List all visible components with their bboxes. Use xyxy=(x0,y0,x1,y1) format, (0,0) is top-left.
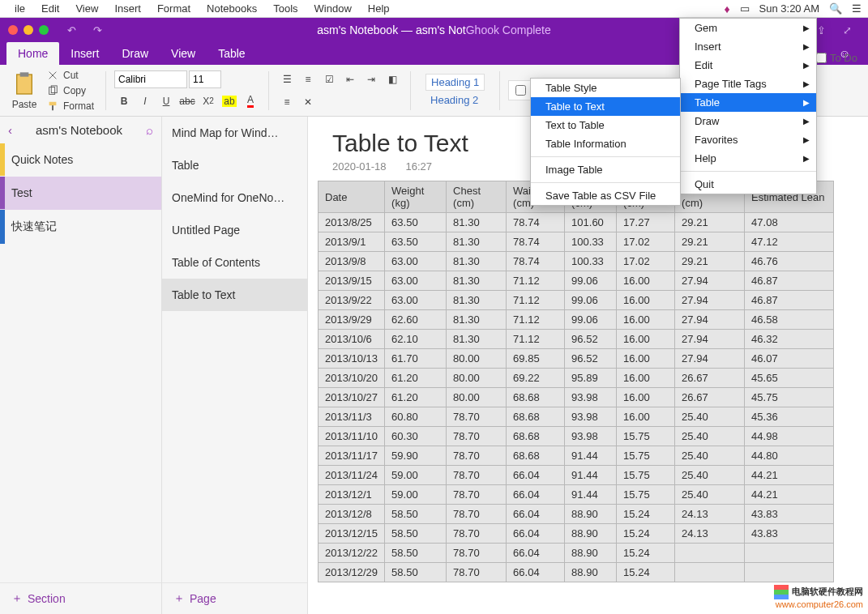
tab-view[interactable]: View xyxy=(160,42,207,65)
spotlight-icon[interactable]: 🔍 xyxy=(829,2,842,15)
table-row[interactable]: 2013/12/1558.5078.7066.0488.9015.2424.13… xyxy=(319,524,834,544)
underline-button[interactable]: U xyxy=(156,92,176,111)
table-row[interactable]: 2013/12/159.0078.7066.0491.4415.7525.404… xyxy=(319,485,834,505)
gem-menu-item[interactable]: Edit▶ xyxy=(680,56,816,75)
gem-menu-item[interactable]: Draw▶ xyxy=(680,112,816,130)
gem-menu-item[interactable]: Table▶ xyxy=(680,93,816,112)
table-row[interactable]: 2013/11/360.8078.7068.6893.9816.0025.404… xyxy=(319,407,834,427)
section-cn[interactable]: 快速笔记 xyxy=(0,210,161,245)
minimize-button[interactable] xyxy=(24,25,33,35)
paste-button[interactable] xyxy=(11,71,37,97)
menu-format[interactable]: Format xyxy=(149,2,199,15)
table-row[interactable]: 2013/10/662.1081.3071.1296.5216.0027.944… xyxy=(319,330,834,349)
page-item[interactable]: Mind Map for Wind… xyxy=(162,117,307,149)
format-painter-button[interactable]: Format xyxy=(44,99,97,113)
table-row[interactable]: 2013/12/2958.5078.7066.0488.9015.24 xyxy=(319,563,834,582)
table-row[interactable]: 2013/10/2761.2080.0068.6893.9816.0026.67… xyxy=(319,388,834,407)
checklist-button[interactable]: ☑ xyxy=(319,70,339,89)
gem-tray-icon[interactable]: ♦ xyxy=(724,2,729,15)
bullets-button[interactable]: ☰ xyxy=(277,70,297,89)
style-heading2[interactable]: Heading 2 xyxy=(425,92,485,108)
redo-button[interactable]: ↷ xyxy=(88,20,107,40)
menu-ile[interactable]: ile xyxy=(6,2,33,15)
page-item[interactable]: Untitled Page xyxy=(162,214,307,246)
gem-menu-item[interactable]: Favorites▶ xyxy=(680,130,816,149)
table-row[interactable]: 2013/11/1759.9078.7068.6891.4415.7525.40… xyxy=(319,446,834,466)
page-item[interactable]: Table of Contents xyxy=(162,246,307,279)
indent-button[interactable]: ⇥ xyxy=(361,70,381,89)
align-button[interactable]: ≡ xyxy=(277,92,297,112)
font-color-button[interactable]: A xyxy=(241,92,260,111)
body-table[interactable]: DateWeight (kg)Chest (cm)Waist (cm)Hips … xyxy=(318,181,834,582)
styles-gallery[interactable]: Heading 1 Heading 2 xyxy=(419,70,491,111)
table-row[interactable]: 2013/9/2962.6081.3071.1299.0616.0027.944… xyxy=(319,310,834,330)
gem-menu-item[interactable]: Quit xyxy=(680,175,816,194)
menu-view[interactable]: View xyxy=(67,2,106,15)
menu-notebooks[interactable]: Notebooks xyxy=(199,2,265,15)
maximize-button[interactable] xyxy=(39,25,49,35)
section-test[interactable]: Test xyxy=(0,177,161,210)
table-row[interactable]: 2013/11/1060.3078.7068.6893.9815.7525.40… xyxy=(319,427,834,446)
section-quick[interactable]: Quick Notes xyxy=(0,143,161,177)
table-row[interactable]: 2013/10/2061.2080.0069.2295.8916.0026.67… xyxy=(319,369,834,388)
tab-table[interactable]: Table xyxy=(207,42,256,65)
menu-edit[interactable]: Edit xyxy=(33,2,67,15)
italic-button[interactable]: I xyxy=(135,92,155,111)
table-submenu: Table StyleTable to TextText to TableTab… xyxy=(530,78,681,206)
copy-button[interactable]: Copy xyxy=(44,83,97,98)
menu-help[interactable]: Help xyxy=(360,2,398,15)
table-row[interactable]: 2013/12/2258.5078.7066.0488.9015.24 xyxy=(319,544,834,563)
fullscreen-button[interactable]: ⤢ xyxy=(837,20,857,40)
table-menu-item[interactable]: Table Style xyxy=(531,79,680,97)
tab-draw[interactable]: Draw xyxy=(110,42,160,65)
add-page-button[interactable]: ＋Page xyxy=(162,582,307,614)
table-menu-item[interactable]: Image Table xyxy=(531,160,680,179)
strike-button[interactable]: abc xyxy=(177,92,197,111)
outdent-button[interactable]: ⇤ xyxy=(340,70,360,89)
style-heading1[interactable]: Heading 1 xyxy=(425,74,485,91)
table-row[interactable]: 2013/9/863.0081.3078.74100.3317.0229.214… xyxy=(319,252,834,271)
table-menu-item[interactable]: Table to Text xyxy=(531,97,680,116)
gem-menu-item[interactable]: Help▶ xyxy=(680,149,816,168)
col-header: Weight (kg) xyxy=(385,181,447,213)
tab-home[interactable]: Home xyxy=(6,42,59,65)
table-menu-item[interactable]: Table Information xyxy=(531,134,680,153)
menu-window[interactable]: Window xyxy=(306,2,360,15)
todo-checkbox[interactable] xyxy=(515,85,526,96)
eraser-icon[interactable]: ◧ xyxy=(383,70,402,89)
tab-insert[interactable]: Insert xyxy=(59,42,110,65)
add-section-button[interactable]: ＋Section xyxy=(0,582,161,614)
table-menu-item[interactable]: Save Table as CSV File xyxy=(531,186,680,205)
search-icon[interactable]: ⌕ xyxy=(146,123,153,137)
page-item[interactable]: Table to Text xyxy=(162,279,307,311)
menu-insert[interactable]: Insert xyxy=(106,2,149,15)
table-row[interactable]: 2013/12/858.5078.7066.0488.9015.2424.134… xyxy=(319,505,834,524)
todo-tag-2[interactable]: To Do xyxy=(816,52,865,64)
cut-button[interactable]: Cut xyxy=(44,68,97,83)
table-row[interactable]: 2013/9/2263.0081.3071.1299.0616.0027.944… xyxy=(319,291,834,310)
display-icon[interactable]: ▭ xyxy=(740,2,750,15)
gem-menu-item[interactable]: Gem▶ xyxy=(680,19,816,37)
subscript-button[interactable]: X2 xyxy=(199,92,218,111)
page-item[interactable]: OneMind for OneNo… xyxy=(162,181,307,214)
close-button[interactable] xyxy=(8,25,18,35)
highlight-button[interactable]: ab xyxy=(220,92,239,111)
undo-button[interactable]: ↶ xyxy=(62,20,81,40)
font-select[interactable] xyxy=(114,70,187,88)
bold-button[interactable]: B xyxy=(114,92,134,111)
table-row[interactable]: 2013/9/163.5081.3078.74100.3317.0229.214… xyxy=(319,232,834,252)
numbering-button[interactable]: ≡ xyxy=(298,70,318,89)
notebook-name[interactable]: asm's Notebook xyxy=(12,123,146,137)
table-row[interactable]: 2013/11/2459.0078.7066.0491.4415.7525.40… xyxy=(319,466,834,485)
table-menu-item[interactable]: Text to Table xyxy=(531,116,680,134)
page-item[interactable]: Table xyxy=(162,149,307,181)
clear-format-button[interactable]: ✕ xyxy=(298,92,318,112)
gem-menu-item[interactable]: Page Title Tags▶ xyxy=(680,75,816,93)
table-row[interactable]: 2013/10/1361.7080.0069.8596.5216.0027.94… xyxy=(319,349,834,369)
menu-list-icon[interactable]: ☰ xyxy=(852,2,862,15)
table-row[interactable]: 2013/8/2563.5081.3078.74101.6017.2729.21… xyxy=(319,213,834,232)
menu-tools[interactable]: Tools xyxy=(265,2,306,15)
font-size[interactable] xyxy=(189,70,221,88)
table-row[interactable]: 2013/9/1563.0081.3071.1299.0616.0027.944… xyxy=(319,271,834,291)
gem-menu-item[interactable]: Insert▶ xyxy=(680,37,816,56)
